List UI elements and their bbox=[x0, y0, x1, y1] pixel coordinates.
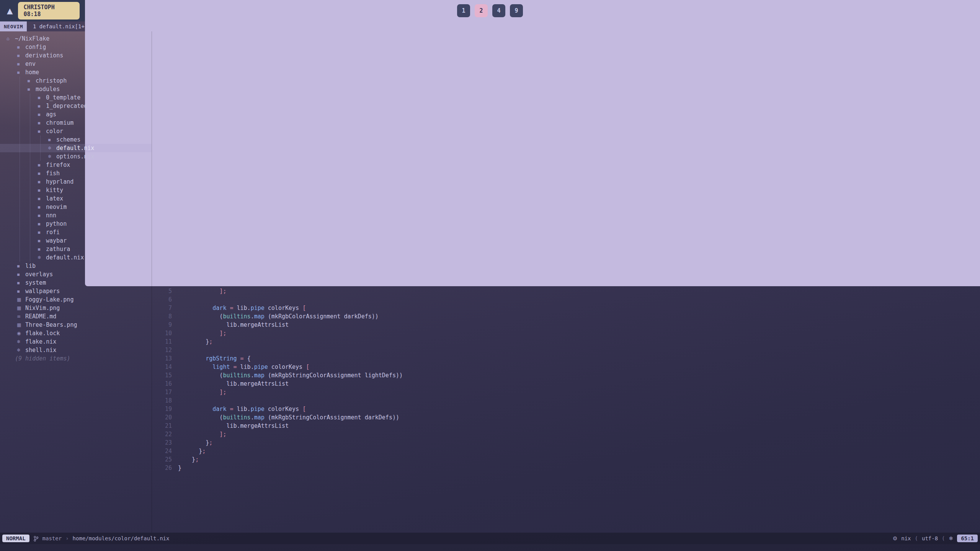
tree-item-label: default.nix bbox=[56, 144, 94, 152]
tree-item-hyprland[interactable]: ▪hyprland bbox=[0, 178, 152, 186]
tree-item-label: NixVim.png bbox=[25, 304, 60, 312]
tree-item-rofi[interactable]: ▪rofi bbox=[0, 228, 152, 236]
code-line[interactable]: 23 }; bbox=[152, 439, 980, 447]
nix-icon: ❄ bbox=[17, 337, 25, 346]
code-line[interactable]: 12 bbox=[152, 346, 980, 354]
status-line-right: ⚙ nix ( utf-8 ( ❄ 65:1 bbox=[893, 535, 978, 542]
tree-item-default.nix[interactable]: ❄default.nix bbox=[0, 144, 152, 152]
tree-item-python[interactable]: ▪python bbox=[0, 220, 152, 228]
tree-item-flake.nix[interactable]: ❄flake.nix bbox=[0, 337, 152, 346]
code-line[interactable]: 20 (builtins.map (mkRgbStringColorAssign… bbox=[152, 413, 980, 422]
tree-item-wallpapers[interactable]: ▪wallpapers bbox=[0, 287, 152, 295]
tree-item-1-deprecated[interactable]: ▪1_deprecated bbox=[0, 102, 152, 110]
code-line[interactable]: 17 ]; bbox=[152, 388, 980, 396]
workspace-2[interactable]: 2 bbox=[475, 4, 488, 17]
tree-item-shell.nix[interactable]: ❄shell.nix bbox=[0, 346, 152, 354]
tree-item-waybar[interactable]: ▪waybar bbox=[0, 236, 152, 245]
tree-item-label: hyprland bbox=[46, 178, 74, 186]
line-number: 6 bbox=[152, 295, 172, 304]
code-line[interactable]: 14 light = lib.pipe colorKeys [ bbox=[152, 363, 980, 371]
tree-item-christoph[interactable]: ▪christoph bbox=[0, 77, 152, 85]
tree-item-~-nixflake[interactable]: ⌂~/NixFlake bbox=[0, 34, 152, 43]
tree-item-label: flake.lock bbox=[25, 329, 60, 337]
tree-item-0-template[interactable]: ▪0_template bbox=[0, 93, 152, 102]
code-line[interactable]: 21 lib.mergeAttrsList bbox=[152, 422, 980, 430]
code-text: }; bbox=[178, 337, 212, 346]
code-line[interactable]: 10 ]; bbox=[152, 329, 980, 337]
tree-item--9-hidden-items-: (9 hidden items) bbox=[0, 354, 152, 363]
line-number: 13 bbox=[152, 354, 172, 363]
line-number: 8 bbox=[152, 312, 172, 321]
line-number: 15 bbox=[152, 371, 172, 380]
tree-item-neovim[interactable]: ▪neovim bbox=[0, 203, 152, 211]
tree-item-label: 0_template bbox=[46, 93, 80, 102]
file-explorer: ⌂~/NixFlake▪config▪derivations▪env▪home▪… bbox=[0, 31, 152, 533]
line-number: 14 bbox=[152, 363, 172, 371]
tree-item-nixvim.png[interactable]: ▦NixVim.png bbox=[0, 304, 152, 312]
gear-icon: ⚙ bbox=[893, 535, 898, 541]
code-line[interactable]: 11 }; bbox=[152, 337, 980, 346]
code-text: lib.mergeAttrsList bbox=[178, 321, 289, 329]
tree-item-home[interactable]: ▪home bbox=[0, 68, 152, 77]
code-line[interactable]: 26} bbox=[152, 464, 980, 472]
workspace-1[interactable]: 1 bbox=[457, 4, 470, 17]
line-number: 24 bbox=[152, 447, 172, 455]
workspace-9[interactable]: 9 bbox=[510, 4, 523, 17]
line-number: 19 bbox=[152, 405, 172, 413]
tree-item-label: overlays bbox=[25, 270, 53, 279]
tree-item-label: nnn bbox=[46, 211, 56, 220]
tree-item-schemes[interactable]: ▪schemes bbox=[0, 135, 152, 144]
code-line[interactable]: 19 dark = lib.pipe colorKeys [ bbox=[152, 405, 980, 413]
folder-icon: ▪ bbox=[38, 203, 46, 211]
tree-item-config[interactable]: ▪config bbox=[0, 43, 152, 51]
tree-item-system[interactable]: ▪system bbox=[0, 279, 152, 287]
tree-item-foggy-lake.png[interactable]: ▦Foggy-Lake.png bbox=[0, 295, 152, 304]
code-line[interactable]: 25 }; bbox=[152, 455, 980, 464]
tree-item-overlays[interactable]: ▪overlays bbox=[0, 270, 152, 279]
code-line[interactable]: 6 bbox=[152, 295, 980, 304]
tree-item-fish[interactable]: ▪fish bbox=[0, 169, 152, 178]
tree-item-latex[interactable]: ▪latex bbox=[0, 194, 152, 203]
code-line[interactable]: 8 (builtins.map (mkRgbColorAssignment da… bbox=[152, 312, 980, 321]
user-clock-badge[interactable]: CHRISTOPH 08:18 bbox=[18, 2, 80, 20]
tree-item-options.nix[interactable]: ❄options.nix bbox=[0, 152, 152, 161]
code-text: }; bbox=[178, 439, 212, 447]
code-line[interactable]: 15 (builtins.map (mkRgbStringColorAssign… bbox=[152, 371, 980, 380]
folder-icon: ▪ bbox=[38, 178, 46, 186]
tree-item-flake.lock[interactable]: ◉flake.lock bbox=[0, 329, 152, 337]
neovide-badge[interactable]: Neovide bbox=[85, 0, 980, 286]
tree-item-three-bears.png[interactable]: ▦Three-Bears.png bbox=[0, 321, 152, 329]
tree-item-label: Three-Bears.png bbox=[25, 321, 77, 329]
tree-item-label: home bbox=[25, 68, 39, 77]
tree-item-kitty[interactable]: ▪kitty bbox=[0, 186, 152, 194]
code-line[interactable]: 5 ]; bbox=[152, 287, 980, 295]
tree-item-env[interactable]: ▪env bbox=[0, 60, 152, 68]
code-line[interactable]: 16 lib.mergeAttrsList bbox=[152, 380, 980, 388]
tree-item-ags[interactable]: ▪ags bbox=[0, 110, 152, 119]
tree-item-modules[interactable]: ▪modules bbox=[0, 85, 152, 93]
code-text: lib.mergeAttrsList bbox=[178, 422, 289, 430]
code-line[interactable]: 9 lib.mergeAttrsList bbox=[152, 321, 980, 329]
workspace-4[interactable]: 4 bbox=[492, 4, 505, 17]
tree-item-nnn[interactable]: ▪nnn bbox=[0, 211, 152, 220]
code-line[interactable]: 13 rgbString = { bbox=[152, 354, 980, 363]
tree-item-label: ags bbox=[46, 110, 56, 119]
code-line[interactable]: 7 dark = lib.pipe colorKeys [ bbox=[152, 304, 980, 312]
tree-item-color[interactable]: ▪color bbox=[0, 127, 152, 135]
tree-item-lib[interactable]: ▪lib bbox=[0, 262, 152, 270]
tree-item-default.nix[interactable]: ❄default.nix bbox=[0, 253, 152, 262]
tree-item-zathura[interactable]: ▪zathura bbox=[0, 245, 152, 253]
tree-item-label: kitty bbox=[46, 186, 63, 194]
code-line[interactable]: 18 bbox=[152, 396, 980, 405]
code-text: lib.mergeAttrsList bbox=[178, 380, 289, 388]
tree-item-label: rofi bbox=[46, 228, 60, 236]
tree-item-label: env bbox=[25, 60, 36, 68]
tree-item-chromium[interactable]: ▪chromium bbox=[0, 119, 152, 127]
tree-item-readme.md[interactable]: ≡README.md bbox=[0, 312, 152, 321]
line-number: 16 bbox=[152, 380, 172, 388]
code-line[interactable]: 24 }; bbox=[152, 447, 980, 455]
code-line[interactable]: 22 ]; bbox=[152, 430, 980, 439]
tree-item-firefox[interactable]: ▪firefox bbox=[0, 161, 152, 169]
tree-item-derivations[interactable]: ▪derivations bbox=[0, 51, 152, 60]
root-icon: ⌂ bbox=[7, 34, 15, 43]
